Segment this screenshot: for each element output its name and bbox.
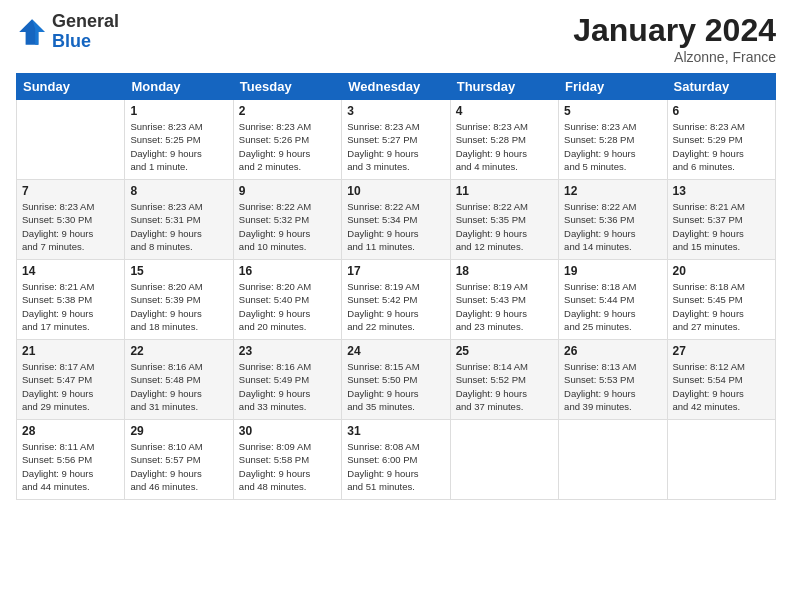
day-info: Sunrise: 8:23 AM Sunset: 5:31 PM Dayligh… [130,200,227,253]
table-row [559,420,667,500]
table-row: 25Sunrise: 8:14 AM Sunset: 5:52 PM Dayli… [450,340,558,420]
calendar-week-row: 7Sunrise: 8:23 AM Sunset: 5:30 PM Daylig… [17,180,776,260]
day-number: 3 [347,104,444,118]
calendar-week-row: 21Sunrise: 8:17 AM Sunset: 5:47 PM Dayli… [17,340,776,420]
day-info: Sunrise: 8:13 AM Sunset: 5:53 PM Dayligh… [564,360,661,413]
day-info: Sunrise: 8:15 AM Sunset: 5:50 PM Dayligh… [347,360,444,413]
day-number: 24 [347,344,444,358]
header: General Blue January 2024 Alzonne, Franc… [16,12,776,65]
day-info: Sunrise: 8:19 AM Sunset: 5:42 PM Dayligh… [347,280,444,333]
day-info: Sunrise: 8:23 AM Sunset: 5:28 PM Dayligh… [456,120,553,173]
day-number: 25 [456,344,553,358]
col-saturday: Saturday [667,74,775,100]
day-info: Sunrise: 8:18 AM Sunset: 5:45 PM Dayligh… [673,280,770,333]
title-block: January 2024 Alzonne, France [573,12,776,65]
table-row: 21Sunrise: 8:17 AM Sunset: 5:47 PM Dayli… [17,340,125,420]
table-row: 13Sunrise: 8:21 AM Sunset: 5:37 PM Dayli… [667,180,775,260]
day-info: Sunrise: 8:17 AM Sunset: 5:47 PM Dayligh… [22,360,119,413]
day-number: 27 [673,344,770,358]
table-row: 15Sunrise: 8:20 AM Sunset: 5:39 PM Dayli… [125,260,233,340]
day-number: 20 [673,264,770,278]
table-row: 8Sunrise: 8:23 AM Sunset: 5:31 PM Daylig… [125,180,233,260]
day-number: 26 [564,344,661,358]
day-info: Sunrise: 8:23 AM Sunset: 5:27 PM Dayligh… [347,120,444,173]
logo-text: General Blue [52,12,119,52]
month-title: January 2024 [573,12,776,49]
table-row: 11Sunrise: 8:22 AM Sunset: 5:35 PM Dayli… [450,180,558,260]
table-row: 9Sunrise: 8:22 AM Sunset: 5:32 PM Daylig… [233,180,341,260]
table-row: 28Sunrise: 8:11 AM Sunset: 5:56 PM Dayli… [17,420,125,500]
calendar-week-row: 14Sunrise: 8:21 AM Sunset: 5:38 PM Dayli… [17,260,776,340]
day-number: 12 [564,184,661,198]
day-number: 5 [564,104,661,118]
table-row: 27Sunrise: 8:12 AM Sunset: 5:54 PM Dayli… [667,340,775,420]
day-number: 7 [22,184,119,198]
col-sunday: Sunday [17,74,125,100]
day-info: Sunrise: 8:22 AM Sunset: 5:35 PM Dayligh… [456,200,553,253]
table-row: 24Sunrise: 8:15 AM Sunset: 5:50 PM Dayli… [342,340,450,420]
day-info: Sunrise: 8:23 AM Sunset: 5:30 PM Dayligh… [22,200,119,253]
day-number: 1 [130,104,227,118]
day-number: 17 [347,264,444,278]
day-info: Sunrise: 8:09 AM Sunset: 5:58 PM Dayligh… [239,440,336,493]
day-number: 13 [673,184,770,198]
table-row: 19Sunrise: 8:18 AM Sunset: 5:44 PM Dayli… [559,260,667,340]
logo-general-text: General [52,12,119,32]
day-info: Sunrise: 8:21 AM Sunset: 5:38 PM Dayligh… [22,280,119,333]
table-row: 5Sunrise: 8:23 AM Sunset: 5:28 PM Daylig… [559,100,667,180]
day-info: Sunrise: 8:23 AM Sunset: 5:26 PM Dayligh… [239,120,336,173]
table-row: 4Sunrise: 8:23 AM Sunset: 5:28 PM Daylig… [450,100,558,180]
col-monday: Monday [125,74,233,100]
day-number: 19 [564,264,661,278]
table-row: 1Sunrise: 8:23 AM Sunset: 5:25 PM Daylig… [125,100,233,180]
table-row [450,420,558,500]
table-row: 22Sunrise: 8:16 AM Sunset: 5:48 PM Dayli… [125,340,233,420]
day-info: Sunrise: 8:19 AM Sunset: 5:43 PM Dayligh… [456,280,553,333]
col-friday: Friday [559,74,667,100]
day-number: 9 [239,184,336,198]
table-row: 20Sunrise: 8:18 AM Sunset: 5:45 PM Dayli… [667,260,775,340]
day-number: 8 [130,184,227,198]
col-thursday: Thursday [450,74,558,100]
table-row: 23Sunrise: 8:16 AM Sunset: 5:49 PM Dayli… [233,340,341,420]
day-number: 22 [130,344,227,358]
table-row: 17Sunrise: 8:19 AM Sunset: 5:42 PM Dayli… [342,260,450,340]
day-info: Sunrise: 8:10 AM Sunset: 5:57 PM Dayligh… [130,440,227,493]
day-number: 14 [22,264,119,278]
logo-blue-text: Blue [52,32,119,52]
calendar-header-row: Sunday Monday Tuesday Wednesday Thursday… [17,74,776,100]
day-number: 23 [239,344,336,358]
location: Alzonne, France [573,49,776,65]
calendar-table: Sunday Monday Tuesday Wednesday Thursday… [16,73,776,500]
day-info: Sunrise: 8:23 AM Sunset: 5:29 PM Dayligh… [673,120,770,173]
day-number: 16 [239,264,336,278]
table-row: 29Sunrise: 8:10 AM Sunset: 5:57 PM Dayli… [125,420,233,500]
day-number: 2 [239,104,336,118]
logo: General Blue [16,12,119,52]
page: General Blue January 2024 Alzonne, Franc… [0,0,792,612]
day-number: 31 [347,424,444,438]
day-info: Sunrise: 8:23 AM Sunset: 5:28 PM Dayligh… [564,120,661,173]
table-row: 6Sunrise: 8:23 AM Sunset: 5:29 PM Daylig… [667,100,775,180]
day-info: Sunrise: 8:22 AM Sunset: 5:34 PM Dayligh… [347,200,444,253]
day-info: Sunrise: 8:14 AM Sunset: 5:52 PM Dayligh… [456,360,553,413]
table-row [667,420,775,500]
day-info: Sunrise: 8:18 AM Sunset: 5:44 PM Dayligh… [564,280,661,333]
day-info: Sunrise: 8:20 AM Sunset: 5:40 PM Dayligh… [239,280,336,333]
col-wednesday: Wednesday [342,74,450,100]
table-row: 16Sunrise: 8:20 AM Sunset: 5:40 PM Dayli… [233,260,341,340]
day-info: Sunrise: 8:16 AM Sunset: 5:49 PM Dayligh… [239,360,336,413]
day-info: Sunrise: 8:23 AM Sunset: 5:25 PM Dayligh… [130,120,227,173]
day-info: Sunrise: 8:11 AM Sunset: 5:56 PM Dayligh… [22,440,119,493]
day-number: 15 [130,264,227,278]
table-row: 7Sunrise: 8:23 AM Sunset: 5:30 PM Daylig… [17,180,125,260]
calendar-week-row: 1Sunrise: 8:23 AM Sunset: 5:25 PM Daylig… [17,100,776,180]
table-row: 14Sunrise: 8:21 AM Sunset: 5:38 PM Dayli… [17,260,125,340]
day-info: Sunrise: 8:20 AM Sunset: 5:39 PM Dayligh… [130,280,227,333]
table-row: 18Sunrise: 8:19 AM Sunset: 5:43 PM Dayli… [450,260,558,340]
day-info: Sunrise: 8:22 AM Sunset: 5:36 PM Dayligh… [564,200,661,253]
day-number: 18 [456,264,553,278]
logo-icon [16,16,48,48]
table-row: 3Sunrise: 8:23 AM Sunset: 5:27 PM Daylig… [342,100,450,180]
day-info: Sunrise: 8:12 AM Sunset: 5:54 PM Dayligh… [673,360,770,413]
